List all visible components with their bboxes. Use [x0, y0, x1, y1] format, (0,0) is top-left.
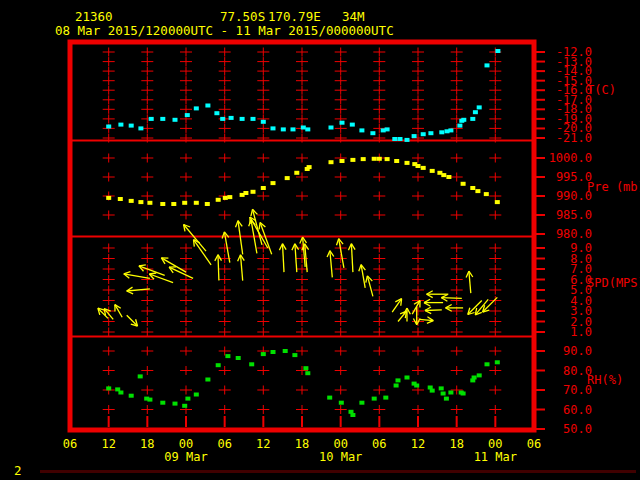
svg-text:980.0: 980.0	[556, 227, 592, 241]
svg-text:06: 06	[372, 437, 386, 451]
temperature-unit-label: T(C)	[587, 83, 616, 97]
svg-text:50.0: 50.0	[563, 422, 592, 436]
svg-text:06: 06	[63, 437, 77, 451]
svg-text:18: 18	[295, 437, 309, 451]
date-label: 09 Mar	[164, 450, 207, 464]
svg-text:12: 12	[101, 437, 115, 451]
wind_speed-unit-label: SPD(MPS)	[587, 276, 640, 290]
svg-text:12: 12	[256, 437, 270, 451]
relative_humidity-series	[106, 349, 500, 417]
svg-text:00: 00	[333, 437, 347, 451]
svg-text:06: 06	[217, 437, 231, 451]
wind_speed-y-axis: 9.08.07.06.05.04.03.02.01.0SPD(MPS)	[532, 241, 640, 339]
wind-arrows	[98, 209, 497, 326]
svg-text:60.0: 60.0	[563, 403, 592, 417]
svg-text:985.0: 985.0	[556, 208, 592, 222]
svg-text:18: 18	[140, 437, 154, 451]
time-axis: 0612180006121800061218000609 Mar10 Mar11…	[63, 416, 541, 464]
svg-text:1000.0: 1000.0	[549, 151, 592, 165]
svg-text:1.0: 1.0	[570, 325, 592, 339]
svg-text:12: 12	[411, 437, 425, 451]
temperature-y-axis: -12.0-13.0-14.0-15.0-16.0-17.0-18.0-19.0…	[532, 45, 616, 145]
meteogram-chart: -12.0-13.0-14.0-15.0-16.0-17.0-18.0-19.0…	[0, 0, 640, 480]
pressure-y-axis: 1000.0995.0990.0985.0980.0Pre (mb)	[532, 151, 640, 241]
pressure-series	[106, 157, 500, 206]
pressure-unit-label: Pre (mb)	[587, 180, 640, 194]
temperature-series	[106, 49, 500, 142]
svg-text:-21.0: -21.0	[556, 131, 592, 145]
footer-count: 2	[14, 464, 22, 477]
terminal-screen: 21360 77.50S 170.79E 34M 08 Mar 2015/120…	[0, 0, 640, 480]
svg-text:00: 00	[179, 437, 193, 451]
svg-text:00: 00	[488, 437, 502, 451]
date-label: 11 Mar	[474, 450, 517, 464]
relative_humidity-unit-label: RH(%)	[587, 373, 623, 387]
svg-text:90.0: 90.0	[563, 344, 592, 358]
screen-divider-line	[40, 470, 636, 473]
svg-text:06: 06	[527, 437, 541, 451]
pressure-grid	[103, 154, 502, 220]
date-label: 10 Mar	[319, 450, 362, 464]
svg-text:18: 18	[449, 437, 463, 451]
relative_humidity-y-axis: 90.080.070.060.050.0RH(%)	[532, 344, 623, 436]
